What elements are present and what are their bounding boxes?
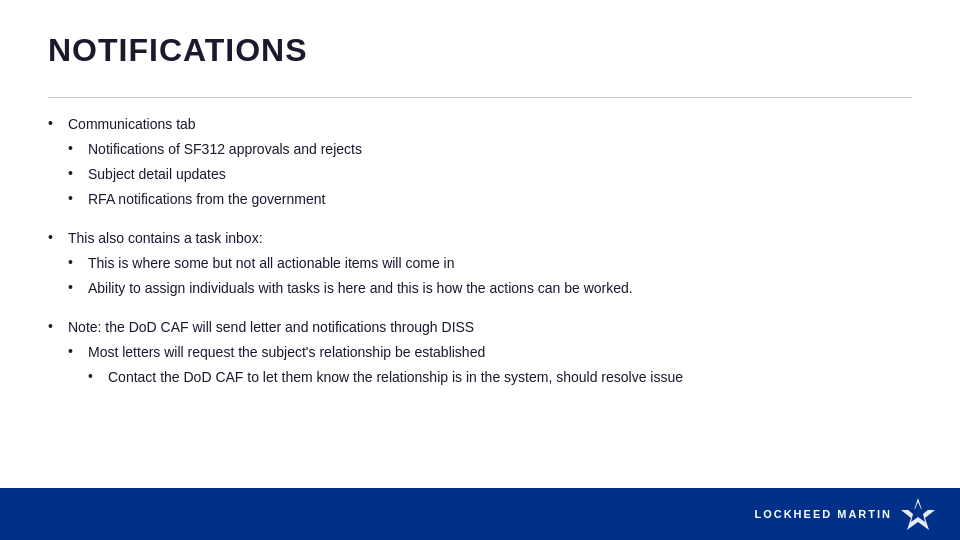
section-dod-caf: • Note: the DoD CAF will send letter and…	[48, 317, 912, 388]
bullet-dot: •	[68, 139, 88, 156]
bullet-text: Most letters will request the subject's …	[88, 342, 485, 363]
sub-bullets-task: • This is where some but not all actiona…	[68, 253, 912, 299]
bullet-dot: •	[68, 164, 88, 181]
bullet-dot: •	[68, 253, 88, 270]
list-item: • This is where some but not all actiona…	[68, 253, 912, 274]
list-item: • Contact the DoD CAF to let them know t…	[88, 367, 912, 388]
logo-area: LOCKHEED MARTIN	[754, 496, 936, 532]
divider	[48, 97, 912, 98]
list-item: • Notifications of SF312 approvals and r…	[68, 139, 912, 160]
bullet-text: This is where some but not all actionabl…	[88, 253, 455, 274]
bullet-dot: •	[48, 228, 68, 245]
bullet-dot: •	[48, 114, 68, 131]
list-item: • Ability to assign individuals with tas…	[68, 278, 912, 299]
brand-name: LOCKHEED MARTIN	[754, 508, 892, 520]
bullet-text: Subject detail updates	[88, 164, 226, 185]
sub-bullets-dod: • Most letters will request the subject'…	[68, 342, 912, 388]
list-item: • Most letters will request the subject'…	[68, 342, 912, 363]
lockheed-star-icon	[900, 496, 936, 532]
bullet-text: This also contains a task inbox:	[68, 228, 263, 249]
bullet-item: • This also contains a task inbox:	[48, 228, 912, 249]
bullet-text: Notifications of SF312 approvals and rej…	[88, 139, 362, 160]
page: NOTIFICATIONS • Communications tab • Not…	[0, 0, 960, 540]
bullet-dot: •	[68, 342, 88, 359]
bullet-dot: •	[88, 367, 108, 384]
content-area: NOTIFICATIONS • Communications tab • Not…	[0, 0, 960, 488]
footer: LOCKHEED MARTIN	[0, 488, 960, 540]
section-communications: • Communications tab • Notifications of …	[48, 114, 912, 210]
sub-sub-bullets-dod: • Contact the DoD CAF to let them know t…	[88, 367, 912, 388]
bullet-text: Ability to assign individuals with tasks…	[88, 278, 633, 299]
bullet-dot: •	[68, 189, 88, 206]
bullet-dot: •	[68, 278, 88, 295]
section-task-inbox: • This also contains a task inbox: • Thi…	[48, 228, 912, 299]
sub-bullets-communications: • Notifications of SF312 approvals and r…	[68, 139, 912, 210]
list-item: • Subject detail updates	[68, 164, 912, 185]
page-title: NOTIFICATIONS	[48, 32, 912, 69]
bullet-item: • Communications tab	[48, 114, 912, 135]
bullet-text: Note: the DoD CAF will send letter and n…	[68, 317, 474, 338]
bullet-text: Communications tab	[68, 114, 196, 135]
bullet-dot: •	[48, 317, 68, 334]
bullet-item: • Note: the DoD CAF will send letter and…	[48, 317, 912, 338]
bullet-text: Contact the DoD CAF to let them know the…	[108, 367, 683, 388]
bullet-text: RFA notifications from the government	[88, 189, 325, 210]
list-item: • RFA notifications from the government	[68, 189, 912, 210]
